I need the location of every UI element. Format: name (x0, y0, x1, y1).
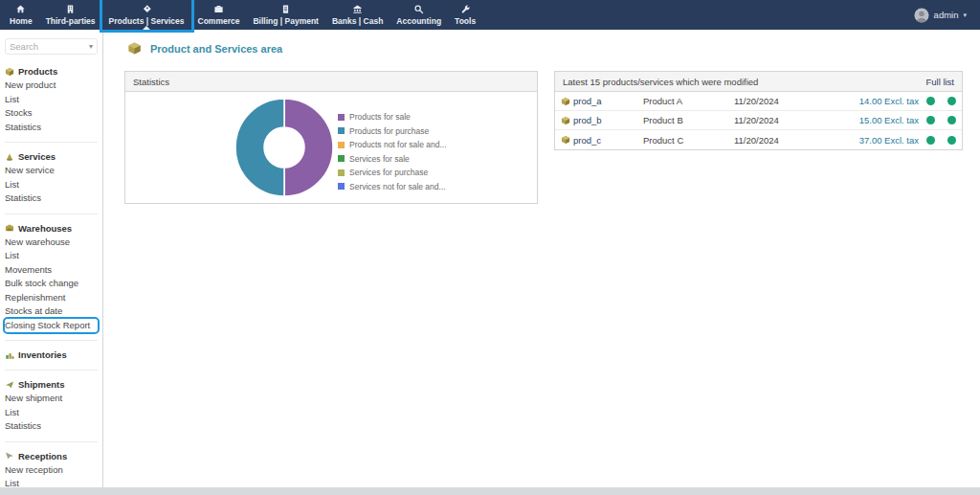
modified-date: 11/20/2024 (734, 135, 849, 146)
tag-icon (142, 4, 152, 14)
product-name: Product A (643, 96, 734, 106)
section-title: Services (18, 151, 56, 162)
sidebar-heading-inventories[interactable]: Inventories (5, 348, 98, 362)
nav-item-banks-cash[interactable]: Banks | Cash (325, 0, 390, 30)
nav-item-billing-payment[interactable]: Billing | Payment (246, 0, 325, 30)
nav-label: Accounting (396, 16, 441, 26)
legend-swatch (338, 183, 345, 190)
legend-swatch (338, 142, 345, 148)
table-row[interactable]: prod_c Product C 11/20/2024 37.00 Excl. … (555, 130, 962, 149)
legend-item: Services not for sale and... (338, 182, 447, 191)
nav-label: Home (10, 16, 33, 26)
nav-label: Third-parties (46, 16, 96, 26)
section-title: Inventories (18, 349, 67, 360)
page-title-text: Product and Services area (150, 43, 282, 55)
nav-item-third-parties[interactable]: Third-parties (39, 0, 102, 30)
table-row[interactable]: prod_b Product B 11/20/2024 15.00 Excl. … (555, 111, 962, 130)
nav-item-commerce[interactable]: Commerce (191, 0, 247, 30)
product-price: 37.00 Excl. tax (859, 135, 919, 146)
sidebar-item-shipments-list[interactable]: List (5, 406, 98, 420)
latest-products-header: Latest 15 products/services which were m… (555, 72, 962, 92)
status-on-sale-dot (926, 97, 935, 105)
nav-item-home[interactable]: Home (3, 0, 39, 30)
legend-item: Services for purchase (338, 168, 447, 177)
reception-icon (5, 451, 14, 461)
legend-label: Products for sale (349, 112, 411, 122)
nav-item-products-services[interactable]: Products | Services (102, 0, 191, 30)
search-box[interactable]: ▾ (5, 38, 98, 55)
latest-products-title: Latest 15 products/services which were m… (563, 77, 758, 87)
sidebar-item-new-warehouse[interactable]: New warehouse (5, 236, 98, 250)
nav-spacer (482, 0, 913, 30)
legend-label: Services for sale (349, 154, 410, 164)
statistics-box: Statistics Products for sale Products fo… (124, 71, 538, 204)
product-code-link[interactable]: prod_c (573, 135, 601, 146)
product-price: 15.00 Excl. tax (859, 115, 919, 125)
legend-swatch (338, 169, 345, 176)
building-icon (65, 4, 76, 14)
product-name: Product B (643, 115, 734, 125)
sidebar-item-stocks-at-date[interactable]: Stocks at date (5, 304, 98, 319)
status-on-purchase-dot (947, 136, 956, 145)
chart-legend: Products for sale Products for purchase … (338, 112, 447, 191)
full-list-link[interactable]: Full list (925, 77, 954, 87)
sidebar-item-replenishment[interactable]: Replenishment (5, 291, 98, 305)
sidebar-item-new-product[interactable]: New product (5, 79, 98, 93)
legend-item: Services for sale (338, 154, 447, 164)
sidebar-item-stocks[interactable]: Stocks (5, 106, 98, 121)
legend-label: Products for purchase (349, 126, 429, 136)
statistics-box-header: Statistics (125, 72, 537, 92)
sidebar-item-new-service[interactable]: New service (5, 164, 98, 178)
cube-icon (5, 67, 14, 77)
user-menu[interactable]: admin ▾ (914, 0, 980, 30)
sidebar-heading-products[interactable]: Products (5, 64, 98, 79)
inventory-icon (5, 350, 14, 360)
sidebar-heading-shipments[interactable]: Shipments (5, 377, 98, 392)
avatar (914, 8, 929, 23)
product-price: 14.00 Excl. tax (859, 96, 919, 106)
sidebar-item-new-shipment[interactable]: New shipment (5, 392, 98, 406)
product-code-cell: prod_c (561, 135, 643, 146)
nav-item-accounting[interactable]: Accounting (390, 0, 448, 30)
sidebar-item-shipments-statistics[interactable]: Statistics (5, 419, 98, 434)
sidebar-item-movements[interactable]: Movements (5, 263, 98, 278)
sidebar-item-bulk-stock-change[interactable]: Bulk stock change (5, 277, 98, 291)
product-code-link[interactable]: prod_b (573, 115, 602, 125)
legend-item: Products for sale (338, 112, 447, 122)
cone-icon (5, 152, 14, 162)
active-tab-arrow (143, 26, 150, 30)
section-title: Receptions (18, 451, 67, 461)
product-code-link[interactable]: prod_a (573, 96, 602, 106)
sidebar-heading-services[interactable]: Services (5, 149, 98, 164)
legend-label: Services for purchase (349, 168, 428, 177)
search-caret-icon[interactable]: ▾ (89, 42, 93, 51)
sidebar-item-services-statistics[interactable]: Statistics (5, 191, 98, 206)
sidebar-item-services-list[interactable]: List (5, 178, 98, 192)
donut-chart[interactable] (234, 98, 334, 197)
sidebar-item-products-statistics[interactable]: Statistics (5, 121, 98, 135)
nav-label: Products | Services (109, 16, 185, 26)
modified-date: 11/20/2024 (734, 96, 849, 106)
section-title: Warehouses (18, 223, 72, 234)
product-cube-icon (561, 116, 570, 125)
sidebar-heading-warehouses[interactable]: Warehouses (5, 221, 98, 236)
sidebar-item-closing-stock-report[interactable]: Closing Stock Report (5, 319, 98, 333)
table-row[interactable]: prod_a Product A 11/20/2024 14.00 Excl. … (555, 92, 962, 111)
top-navbar: Home Third-parties Products | Services C… (0, 0, 980, 30)
nav-label: Commerce (198, 16, 240, 26)
chevron-down-icon: ▾ (963, 11, 967, 19)
nav-label: Tools (455, 16, 476, 26)
sidebar-item-warehouses-list[interactable]: List (5, 249, 98, 263)
home-icon (15, 4, 26, 14)
window-bottom-edge (0, 487, 980, 495)
magnifier-icon (413, 4, 424, 14)
nav-label: Banks | Cash (332, 16, 383, 26)
nav-item-tools[interactable]: Tools (448, 0, 482, 30)
shipment-icon (5, 380, 14, 390)
search-input[interactable] (10, 41, 78, 52)
legend-item: Products for purchase (338, 126, 447, 136)
sidebar-heading-receptions[interactable]: Receptions (5, 449, 98, 463)
sidebar-item-new-reception[interactable]: New reception (5, 463, 98, 478)
sidebar-section-warehouses: Warehouses New warehouse List Movements … (5, 214, 98, 342)
sidebar-item-products-list[interactable]: List (5, 93, 98, 107)
